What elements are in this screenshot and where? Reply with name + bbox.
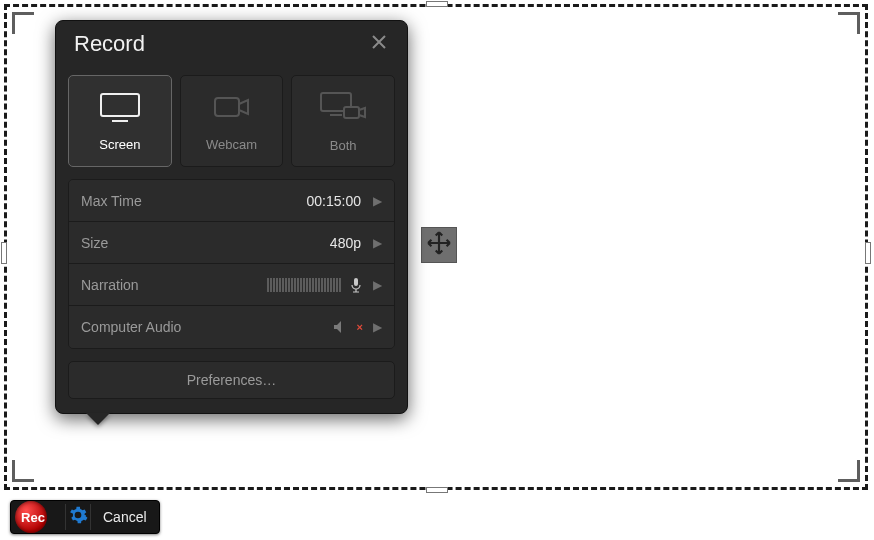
- capture-handle-left[interactable]: [1, 242, 7, 264]
- narration-label: Narration: [81, 277, 267, 293]
- preferences-button[interactable]: Preferences…: [68, 361, 395, 399]
- chevron-right-icon: ▶: [373, 278, 382, 292]
- row-max-time[interactable]: Max Time 00:15:00 ▶: [69, 180, 394, 222]
- settings-button[interactable]: [65, 504, 91, 530]
- mode-tile-webcam[interactable]: Webcam: [180, 75, 284, 167]
- preferences-label: Preferences…: [187, 372, 276, 388]
- row-computer-audio[interactable]: Computer Audio × ▶: [69, 306, 394, 348]
- recorder-toolbar: Rec Cancel: [10, 500, 160, 534]
- capture-handle-top[interactable]: [426, 1, 448, 7]
- cancel-button[interactable]: Cancel: [97, 509, 153, 525]
- svg-rect-0: [101, 94, 139, 116]
- close-icon: [371, 34, 387, 54]
- panel-title: Record: [74, 31, 145, 57]
- max-time-value: 00:15:00: [307, 193, 362, 209]
- chevron-right-icon: ▶: [373, 320, 382, 334]
- audio-level-meter: [267, 278, 341, 292]
- svg-rect-2: [215, 98, 239, 116]
- panel-tail: [86, 413, 110, 425]
- gear-icon: [68, 505, 88, 529]
- cancel-button-label: Cancel: [103, 509, 147, 525]
- chevron-right-icon: ▶: [373, 194, 382, 208]
- speaker-muted-icon: [333, 320, 351, 334]
- move-capture-button[interactable]: [421, 227, 457, 263]
- record-panel: Record Screen: [55, 20, 408, 414]
- mode-tile-screen[interactable]: Screen: [68, 75, 172, 167]
- capture-handle-right[interactable]: [865, 242, 871, 264]
- screen-icon: [98, 91, 142, 127]
- mode-screen-label: Screen: [99, 137, 140, 152]
- capture-handle-bottom[interactable]: [426, 487, 448, 493]
- screen-webcam-icon: [318, 90, 368, 128]
- mute-indicator: ×: [357, 321, 363, 333]
- record-button[interactable]: Rec: [13, 503, 59, 531]
- size-value: 480p: [330, 235, 361, 251]
- computer-audio-label: Computer Audio: [81, 319, 333, 335]
- mode-webcam-label: Webcam: [206, 137, 257, 152]
- mode-tile-both[interactable]: Both: [291, 75, 395, 167]
- microphone-icon: [349, 277, 363, 293]
- max-time-label: Max Time: [81, 193, 307, 209]
- row-narration[interactable]: Narration ▶: [69, 264, 394, 306]
- chevron-right-icon: ▶: [373, 236, 382, 250]
- capture-corner-tl[interactable]: [12, 12, 34, 34]
- capture-corner-br[interactable]: [838, 460, 860, 482]
- size-label: Size: [81, 235, 330, 251]
- svg-rect-5: [344, 107, 359, 118]
- move-icon: [426, 230, 452, 260]
- record-button-label: Rec: [21, 510, 45, 525]
- row-size[interactable]: Size 480p ▶: [69, 222, 394, 264]
- capture-corner-bl[interactable]: [12, 460, 34, 482]
- webcam-icon: [210, 91, 254, 127]
- svg-rect-6: [354, 278, 358, 286]
- capture-corner-tr[interactable]: [838, 12, 860, 34]
- close-button[interactable]: [367, 32, 391, 56]
- mode-both-label: Both: [330, 138, 357, 153]
